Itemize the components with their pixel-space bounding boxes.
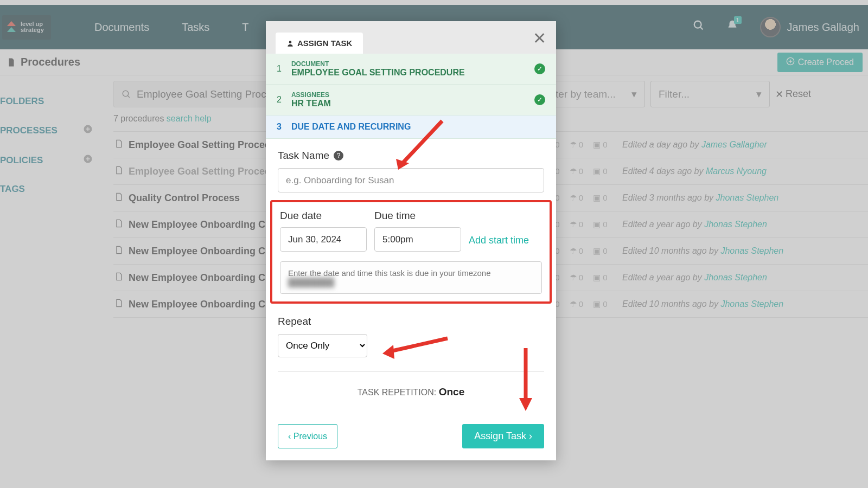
chevron-right-icon: › [529,431,532,441]
step-value: EMPLOYEE GOAL SETTING PROCEDURE [291,68,465,78]
assign-task-button[interactable]: Assign Task › [462,424,544,448]
step-assignees[interactable]: 2 ASSIGNEES HR TEAM ✓ [266,85,556,115]
annotation-highlight-box: Due date Due time Add start time Enter t… [270,200,552,304]
due-date-input[interactable] [280,227,367,252]
assign-task-modal: ASSIGN TASK ✕ 1 DOCUMENT EMPLOYEE GOAL S… [266,21,556,460]
step-number: 3 [277,122,282,132]
help-icon[interactable]: ? [334,151,343,160]
due-time-label: Due time [374,210,461,222]
modal-tab-assign[interactable]: ASSIGN TASK [276,33,363,54]
svg-point-13 [289,41,292,43]
chevron-left-icon: ‹ [288,432,291,441]
repeat-label: Repeat [278,316,544,328]
add-start-time-link[interactable]: Add start time [469,235,529,246]
task-repetition-line: TASK REPETITION: Once [278,386,544,398]
modal-tabbar: ASSIGN TASK ✕ [266,21,556,54]
step-label: ASSIGNEES [291,91,331,99]
person-icon [286,40,294,47]
step-number: 1 [277,64,282,74]
check-icon: ✓ [534,63,545,74]
step-value: HR TEAM [291,99,331,108]
task-name-input[interactable] [278,168,544,192]
step-document[interactable]: 1 DOCUMENT EMPLOYEE GOAL SETTING PROCEDU… [266,54,556,85]
step-value: DUE DATE AND RECURRING [291,122,411,132]
close-modal-button[interactable]: ✕ [533,29,546,48]
due-date-label: Due date [280,210,367,222]
step-due-date[interactable]: 3 DUE DATE AND RECURRING [266,115,556,139]
step-label: DOCUMENT [291,60,465,68]
due-time-input[interactable] [374,227,461,252]
repeat-select[interactable]: Once Only [278,334,367,357]
timezone-hint: Enter the date and time this task is due… [280,261,542,294]
check-icon: ✓ [534,94,545,105]
previous-button[interactable]: ‹ Previous [278,424,337,448]
task-name-label: Task Name ? [278,150,544,162]
step-number: 2 [277,95,282,105]
